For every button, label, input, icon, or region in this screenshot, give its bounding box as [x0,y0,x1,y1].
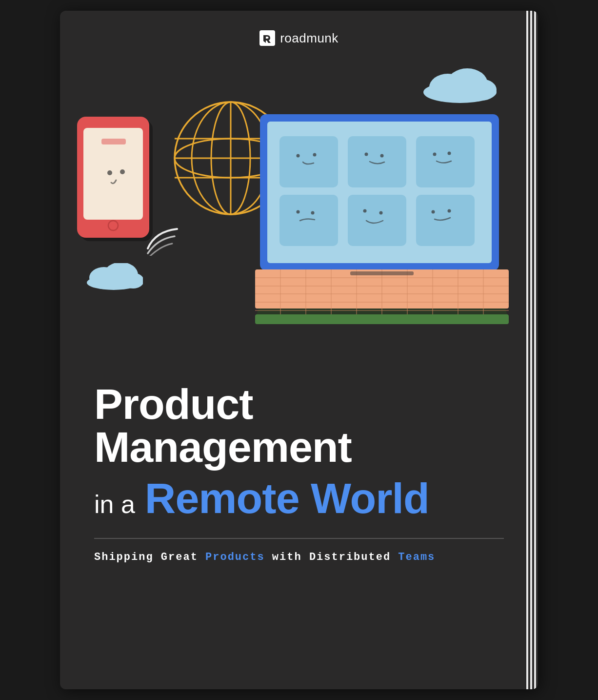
svg-rect-26 [279,136,338,187]
svg-rect-29 [279,195,338,246]
svg-point-41 [379,211,383,215]
spine-decoration [524,11,538,689]
svg-point-38 [297,210,300,214]
svg-point-33 [313,153,317,157]
svg-rect-31 [416,195,475,246]
svg-rect-59 [255,314,509,324]
remote-text: Remote [145,474,299,522]
laptop-icon [255,109,509,324]
book-cover: roadmunk [60,11,538,689]
svg-point-40 [363,209,367,213]
svg-point-36 [433,153,437,156]
tagline-teams: Teams [398,551,435,563]
wifi-waves-icon [145,222,179,256]
svg-point-32 [297,154,300,158]
svg-point-37 [448,152,451,155]
roadmunk-logo-icon [259,30,275,46]
header: roadmunk [60,11,538,56]
svg-rect-28 [416,136,475,187]
spine-line-2 [530,11,532,689]
svg-point-8 [122,273,143,288]
world-text: World [299,474,429,522]
svg-point-43 [448,209,451,213]
spine-line-3 [534,11,536,689]
title-product: Product [94,383,504,426]
title-management: Management [94,426,504,469]
tagline-products: Products [205,551,265,563]
tagline: Shipping Great Products with Distributed… [94,551,504,563]
svg-point-21 [107,170,112,175]
svg-rect-60 [350,271,414,275]
svg-rect-27 [348,136,406,187]
divider [94,538,504,539]
svg-point-34 [365,153,368,156]
in-a-text: in a [94,490,135,519]
svg-rect-0 [259,30,275,46]
remote-world-text: Remote World [145,474,429,523]
illustration-area [60,56,538,358]
cloud-top-right-icon [421,65,499,104]
svg-point-39 [311,211,315,215]
svg-point-35 [380,154,384,158]
svg-rect-30 [348,195,406,246]
subtitle-row: in a Remote World [94,474,504,523]
cloud-bottom-left-icon [84,263,143,290]
svg-point-4 [467,79,497,101]
logo-text: roadmunk [280,31,339,46]
svg-point-22 [120,169,125,174]
text-section: Product Management in a Remote World Shi… [60,358,538,689]
spine-line-1 [526,11,528,689]
svg-point-42 [432,210,435,214]
svg-rect-20 [101,139,126,144]
